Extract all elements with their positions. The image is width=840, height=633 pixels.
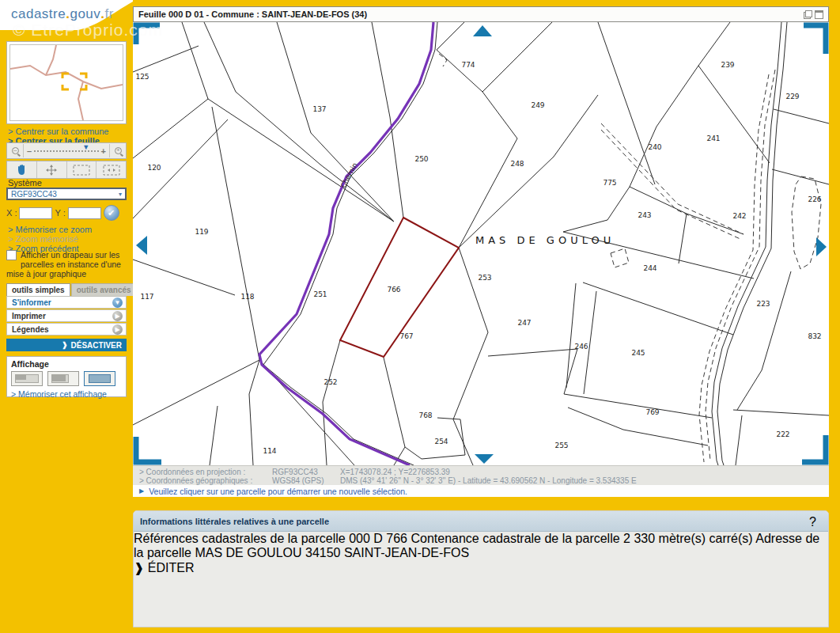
- parcel-label-223[interactable]: 223: [756, 300, 770, 308]
- pan-hand-tool[interactable]: [7, 161, 37, 178]
- parcel-label-249[interactable]: 249: [531, 101, 544, 109]
- contenance-label: Contenance cadastrale de la parcelle: [411, 532, 619, 545]
- tab-outils-avances[interactable]: outils avancés: [71, 283, 137, 296]
- hint-arrow-icon: ▶: [139, 487, 144, 495]
- ref-label: Références cadastrales de la parcelle: [134, 532, 346, 545]
- parcel-label-766[interactable]: 766: [387, 286, 400, 294]
- parcel-label-767[interactable]: 767: [399, 332, 413, 340]
- parcel-label-768[interactable]: 768: [418, 411, 432, 419]
- parcel-label-137[interactable]: 137: [312, 105, 326, 113]
- chevron-right-icon: ▶: [112, 311, 123, 321]
- extent-icon: [103, 165, 120, 176]
- parcel-label-247[interactable]: 247: [517, 319, 531, 327]
- move-cross-icon: [45, 164, 58, 176]
- zoom-slider-handle[interactable]: ▼: [82, 143, 89, 151]
- accordion-sinformer[interactable]: S'informer ▼: [6, 296, 127, 309]
- system-select[interactable]: RGF93CC43 ▾: [6, 188, 127, 200]
- coordinate-entry-row: X : Y : ✔: [6, 204, 127, 222]
- x-label: X :: [6, 208, 17, 218]
- flag-checkbox[interactable]: [6, 250, 17, 260]
- parcel-label-255[interactable]: 255: [554, 442, 568, 449]
- cadastral-map[interactable]: MAS DE GOULOU Chemin 1251371201191171182…: [133, 22, 829, 465]
- system-selected-value: RGF93CC43: [11, 190, 57, 199]
- place-name-label: MAS DE GOULOU: [475, 234, 615, 246]
- zoom-extent-tool[interactable]: [96, 161, 126, 178]
- pan-move-tool[interactable]: [37, 161, 67, 178]
- parcel-label-242[interactable]: 242: [732, 212, 746, 220]
- link-centrer-commune[interactable]: > Centrer sur la commune: [8, 127, 108, 136]
- map-window-titlebar[interactable]: Feuille 000 D 01 - Commune : SAINT-JEAN-…: [133, 6, 829, 22]
- parcel-label-248[interactable]: 248: [510, 160, 524, 168]
- zoom-slider[interactable]: – ▼ +: [23, 144, 110, 157]
- y-label: Y :: [55, 208, 65, 218]
- flag-checkbox-label: Afficher un drapeau sur les parcelles en…: [6, 250, 121, 279]
- proj-coords: X=1743078.24 ; Y=2276853.39: [340, 468, 450, 476]
- parcel-label-226[interactable]: 226: [808, 195, 821, 203]
- link-memoriser-zoom[interactable]: > Mémoriser ce zoom: [8, 225, 92, 234]
- chevron-right-icon: ❱: [62, 341, 68, 349]
- restore-window-icon[interactable]: [804, 10, 812, 19]
- overview-minimap[interactable]: [6, 41, 127, 124]
- proj-system: RGF93CC43: [272, 468, 318, 476]
- zoom-bar: – – ▼ + +: [6, 142, 127, 159]
- parcel-label-117[interactable]: 117: [140, 293, 153, 301]
- layout-split-button[interactable]: [11, 371, 43, 386]
- hint-bar: ▶ Veuillez cliquer sur une parcelle pour…: [133, 485, 829, 497]
- parcel-label-252[interactable]: 252: [324, 378, 337, 386]
- layout-overlay-button[interactable]: [47, 371, 79, 386]
- map-title: Feuille 000 D 01 - Commune : SAINT-JEAN-…: [138, 9, 367, 19]
- parcel-label-114[interactable]: 114: [263, 447, 276, 455]
- parcel-label-241[interactable]: 241: [706, 135, 720, 142]
- select-chevron-icon: ▾: [119, 191, 122, 198]
- parcel-label-251[interactable]: 251: [313, 290, 327, 298]
- coordinates-statusbar: > Coordonnées en projection : RGF93CC43 …: [133, 465, 829, 485]
- parcel-label-118[interactable]: 118: [240, 293, 254, 301]
- maximize-window-icon[interactable]: [815, 10, 823, 19]
- tab-outils-simples[interactable]: outils simples: [6, 283, 70, 296]
- accordion-legendes[interactable]: Légendes ▶: [6, 323, 127, 335]
- info-panel-header: Informations littérales relatives à une …: [134, 511, 828, 532]
- parcel-label-240[interactable]: 240: [648, 143, 661, 151]
- simple-tools-accordion: S'informer ▼ Imprimer ▶ Légendes ▶: [6, 296, 127, 336]
- zoom-rectangle-tool[interactable]: [67, 161, 97, 178]
- logo-cadastre: cadastre: [11, 6, 66, 21]
- parcel-label-246[interactable]: 246: [574, 343, 588, 351]
- parcel-label-245[interactable]: 245: [631, 349, 645, 357]
- geo-system: WGS84 (GPS): [272, 476, 324, 485]
- parcel-label-832[interactable]: 832: [808, 332, 821, 340]
- chevron-down-icon: ▼: [112, 298, 123, 308]
- parcel-label-250[interactable]: 250: [414, 155, 428, 163]
- parcel-label-253[interactable]: 253: [478, 274, 491, 282]
- y-input[interactable]: [68, 207, 101, 219]
- parcel-label-244[interactable]: 244: [643, 264, 656, 272]
- editer-button[interactable]: ❱ ÉDITER: [134, 560, 828, 575]
- parcel-label-119[interactable]: 119: [195, 228, 208, 236]
- site-logo[interactable]: cadastre.gouv.fr: [11, 6, 114, 22]
- parcel-label-120[interactable]: 120: [147, 164, 161, 172]
- zoom-plus[interactable]: +: [101, 146, 106, 156]
- x-input[interactable]: [19, 207, 52, 219]
- link-memoriser-affichage[interactable]: > Mémoriser cet affichage: [11, 389, 122, 399]
- desactiver-button[interactable]: ❱ DÉSACTIVER: [6, 339, 127, 351]
- zoom-out-button[interactable]: –: [7, 144, 23, 157]
- help-icon[interactable]: ?: [809, 515, 822, 528]
- adresse-value-line1: MAS DE GOULOU: [195, 546, 301, 559]
- zoom-in-button[interactable]: +: [110, 144, 126, 157]
- parcel-label-125[interactable]: 125: [135, 73, 149, 81]
- parcel-label-243[interactable]: 243: [638, 211, 651, 219]
- parcel-label-769[interactable]: 769: [645, 408, 659, 416]
- parcel-label-229[interactable]: 229: [785, 93, 799, 100]
- parcel-label-775[interactable]: 775: [603, 179, 616, 187]
- check-icon: ✔: [108, 208, 115, 218]
- parcel-label-254[interactable]: 254: [434, 438, 448, 445]
- accordion-imprimer[interactable]: Imprimer ▶: [6, 309, 127, 322]
- zoom-slider-track[interactable]: ▼: [34, 150, 98, 152]
- parcel-label-239[interactable]: 239: [721, 61, 734, 69]
- go-to-xy-button[interactable]: ✔: [104, 205, 119, 221]
- layout-map-only-button[interactable]: [84, 371, 115, 386]
- parcel-label-774[interactable]: 774: [461, 61, 475, 69]
- logo-fr: fr: [105, 6, 114, 21]
- chevron-right-icon: ▶: [112, 324, 123, 335]
- parcel-label-222[interactable]: 222: [776, 430, 789, 438]
- zoom-minus[interactable]: –: [27, 146, 32, 156]
